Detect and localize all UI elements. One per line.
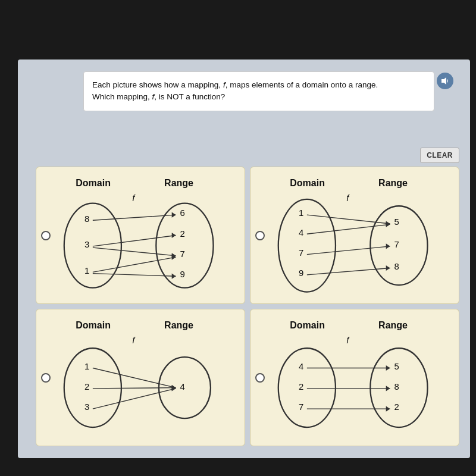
mapping-diagram-3: Domain Range f 1 2 3 4 [36, 309, 245, 446]
svg-text:2: 2 [180, 229, 184, 239]
clear-button[interactable]: CLEAR [420, 148, 459, 163]
svg-marker-70 [386, 365, 390, 371]
svg-text:Domain: Domain [76, 320, 111, 330]
quadrant-1[interactable]: Domain Range f 8 3 1 6 2 7 9 [36, 167, 245, 304]
svg-marker-40 [386, 243, 390, 249]
svg-text:Domain: Domain [290, 177, 325, 188]
svg-text:f: f [132, 336, 136, 345]
radio-q2[interactable] [255, 231, 265, 240]
svg-text:7: 7 [299, 402, 303, 412]
quadrants-container: Domain Range f 8 3 1 6 2 7 9 [36, 167, 459, 446]
svg-text:1: 1 [299, 208, 303, 218]
mapping-diagram-1: Domain Range f 8 3 1 6 2 7 9 [36, 167, 245, 303]
svg-text:2: 2 [84, 382, 89, 392]
main-area: Each picture shows how a mapping, f, map… [18, 60, 470, 458]
question-line1: Each picture shows how a mapping, f, map… [92, 80, 378, 101]
svg-point-26 [278, 199, 336, 292]
svg-text:9: 9 [299, 268, 303, 278]
svg-text:7: 7 [299, 248, 303, 258]
quadrant-2[interactable]: Domain Range f 1 4 7 9 5 7 8 [250, 167, 459, 304]
svg-point-4 [64, 203, 121, 288]
svg-text:Domain: Domain [76, 177, 111, 188]
svg-line-19 [93, 257, 176, 272]
svg-text:2: 2 [394, 402, 399, 412]
svg-marker-22 [172, 274, 176, 279]
radio-q1[interactable] [41, 231, 51, 240]
svg-text:f: f [132, 193, 136, 203]
svg-text:5: 5 [394, 362, 399, 371]
svg-text:1: 1 [84, 266, 89, 275]
svg-text:8: 8 [394, 262, 399, 271]
svg-point-61 [278, 348, 336, 427]
svg-text:5: 5 [394, 217, 399, 227]
svg-text:4: 4 [180, 382, 184, 392]
svg-line-37 [307, 224, 390, 234]
svg-text:4: 4 [299, 228, 303, 237]
quadrant-4[interactable]: Domain Range f 4 2 7 5 8 2 [250, 309, 459, 446]
svg-text:Range: Range [164, 320, 193, 330]
svg-text:8: 8 [394, 382, 399, 392]
svg-text:Range: Range [164, 177, 193, 188]
mapping-diagram-2: Domain Range f 1 4 7 9 5 7 8 [250, 167, 459, 303]
svg-text:3: 3 [84, 240, 89, 249]
svg-text:3: 3 [84, 402, 89, 412]
svg-marker-72 [386, 386, 390, 391]
svg-marker-14 [172, 212, 176, 218]
svg-text:1: 1 [84, 362, 89, 371]
svg-text:2: 2 [299, 382, 303, 392]
svg-marker-16 [172, 233, 176, 238]
svg-line-54 [93, 388, 176, 389]
svg-text:7: 7 [394, 240, 399, 249]
svg-line-39 [307, 246, 390, 255]
mapping-diagram-4: Domain Range f 4 2 7 5 8 2 [250, 309, 459, 446]
svg-text:9: 9 [180, 270, 184, 279]
svg-text:8: 8 [84, 214, 89, 224]
svg-point-46 [64, 348, 121, 427]
svg-text:f: f [346, 193, 350, 203]
svg-marker-74 [386, 406, 390, 412]
svg-marker-42 [386, 265, 390, 271]
svg-text:Domain: Domain [290, 320, 325, 330]
radio-q4[interactable] [255, 373, 265, 383]
svg-text:4: 4 [299, 362, 303, 371]
svg-text:Range: Range [378, 177, 408, 188]
svg-text:Range: Range [378, 320, 408, 330]
speaker-icon[interactable] [437, 73, 453, 89]
svg-marker-0 [441, 77, 446, 84]
question-box: Each picture shows how a mapping, f, map… [83, 71, 434, 111]
svg-text:f: f [346, 336, 350, 345]
svg-line-15 [93, 236, 176, 246]
radio-q3[interactable] [41, 373, 51, 383]
quadrant-3[interactable]: Domain Range f 1 2 3 4 [36, 309, 245, 446]
svg-text:7: 7 [180, 249, 184, 259]
svg-text:6: 6 [180, 208, 184, 218]
svg-line-17 [93, 248, 176, 256]
